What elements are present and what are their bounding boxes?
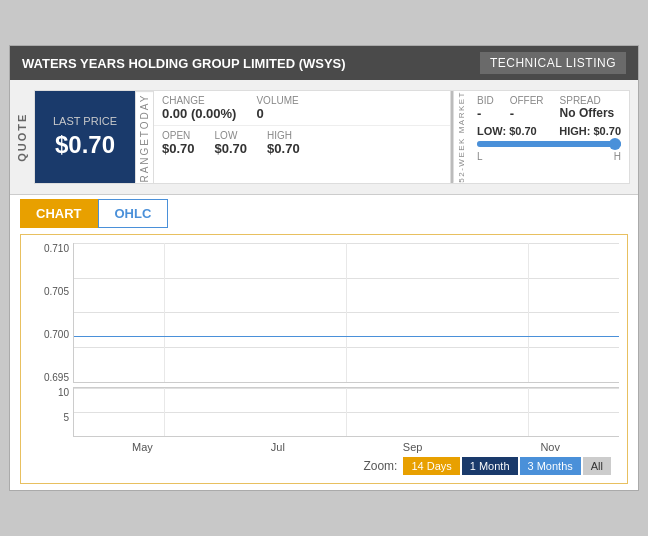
x-label-nov: Nov — [540, 441, 560, 453]
slider-fill — [477, 141, 621, 147]
zoom-bar: Zoom: 14 Days 1 Month 3 Months All — [29, 453, 619, 479]
vvgrid-2 — [346, 388, 347, 436]
change-label: CHANGE — [162, 95, 236, 106]
volume-grid — [73, 387, 619, 437]
change-stat: CHANGE 0.00 (0.00%) — [162, 95, 236, 121]
main-container: WATERS YEARS HOLDING GROUP LIMITED (WSYS… — [9, 45, 639, 491]
volume-label: VOLUME — [256, 95, 298, 106]
open-value: $0.70 — [162, 141, 195, 156]
price-label-3: 0.695 — [29, 372, 69, 383]
price-y-axis: 0.710 0.705 0.700 0.695 — [29, 243, 73, 383]
volume-section: 10 5 — [29, 387, 619, 437]
week52-market-label: 52-WEEK MARKET — [453, 91, 469, 183]
vvgrid-1 — [164, 388, 165, 436]
last-price-value: $0.70 — [55, 131, 115, 159]
today-label: TODAY — [135, 91, 153, 137]
stock-title: WATERS YEARS HOLDING GROUP LIMITED (WSYS… — [22, 56, 346, 71]
offer-value: - — [510, 106, 544, 121]
price-line — [74, 336, 619, 337]
week52-high: HIGH: $0.70 — [559, 125, 621, 137]
zoom-all-button[interactable]: All — [583, 457, 611, 475]
range-high-label: H — [614, 151, 621, 162]
tabs-bar: CHART OHLC — [10, 199, 638, 228]
vgrid-2 — [346, 243, 347, 382]
vol-label-5: 5 — [29, 412, 69, 423]
price-label-1: 0.705 — [29, 286, 69, 297]
zoom-3months-button[interactable]: 3 Months — [520, 457, 581, 475]
price-label-2: 0.700 — [29, 329, 69, 340]
bid-stat: BID - — [477, 95, 494, 121]
vgrid-1 — [164, 243, 165, 382]
zoom-label: Zoom: — [363, 459, 397, 473]
vgrid-3 — [528, 243, 529, 382]
spread-value: No Offers — [560, 106, 615, 120]
high-label: HIGH — [267, 130, 300, 141]
vol-vgrid-lines — [74, 388, 619, 436]
open-stat: OPEN $0.70 — [162, 130, 195, 156]
x-label-jul: Jul — [271, 441, 285, 453]
open-label: OPEN — [162, 130, 195, 141]
volume-value: 0 — [256, 106, 298, 121]
last-price-label: LAST PRICE — [53, 115, 117, 127]
quote-section: QUOTE LAST PRICE $0.70 TODAY RANGE CHANG… — [10, 80, 638, 195]
zoom-1month-button[interactable]: 1 Month — [462, 457, 518, 475]
chart-area: 0.710 0.705 0.700 0.695 — [29, 243, 619, 453]
quote-inner: LAST PRICE $0.70 TODAY RANGE CHANGE 0.00… — [34, 90, 630, 184]
range-low-label: L — [477, 151, 483, 162]
change-value: 0.00 (0.00%) — [162, 106, 236, 121]
price-label-0: 0.710 — [29, 243, 69, 254]
quote-label: QUOTE — [10, 86, 34, 188]
zoom-14days-button[interactable]: 14 Days — [403, 457, 459, 475]
x-label-sep: Sep — [403, 441, 423, 453]
chart-tab[interactable]: CHART — [20, 199, 98, 228]
range-label: RANGE — [135, 137, 153, 183]
x-axis: May Jul Sep Nov — [73, 441, 619, 453]
spread-label: SPREAD — [560, 95, 615, 106]
bid-value: - — [477, 106, 494, 121]
offer-stat: OFFER - — [510, 95, 544, 121]
volume-stat: VOLUME 0 — [256, 95, 298, 121]
low-value: $0.70 — [215, 141, 248, 156]
low-label: LOW — [215, 130, 248, 141]
high-stat: HIGH $0.70 — [267, 130, 300, 156]
week52-low: LOW: $0.70 — [477, 125, 537, 137]
x-label-may: May — [132, 441, 153, 453]
low-stat: LOW $0.70 — [215, 130, 248, 156]
header-bar: WATERS YEARS HOLDING GROUP LIMITED (WSYS… — [10, 46, 638, 80]
price-grid — [73, 243, 619, 383]
last-price-box: LAST PRICE $0.70 — [35, 91, 135, 183]
spread-stat: SPREAD No Offers — [560, 95, 615, 121]
vertical-grid-lines — [74, 243, 619, 382]
high-value: $0.70 — [267, 141, 300, 156]
chart-container: 0.710 0.705 0.700 0.695 — [20, 234, 628, 484]
slider-thumb — [609, 138, 621, 150]
vvgrid-3 — [528, 388, 529, 436]
technical-listing-button[interactable]: TECHNICAL LISTING — [480, 52, 626, 74]
week52-slider — [477, 141, 621, 147]
volume-y-axis: 10 5 — [29, 387, 73, 437]
ohlc-tab[interactable]: OHLC — [98, 199, 169, 228]
bid-label: BID — [477, 95, 494, 106]
offer-label: OFFER — [510, 95, 544, 106]
vol-label-10: 10 — [29, 387, 69, 398]
